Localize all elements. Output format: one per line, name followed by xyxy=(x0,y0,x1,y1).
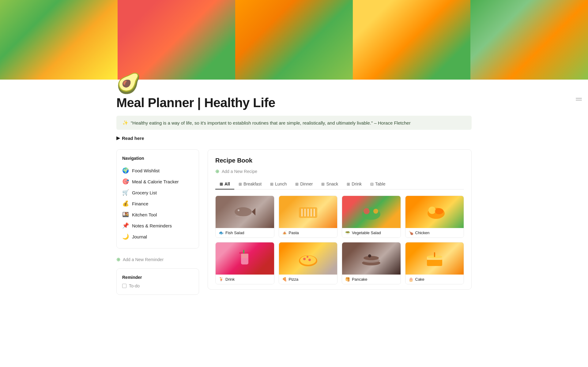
hero-image-5 xyxy=(470,0,588,80)
pasta-emoji: 🍝 xyxy=(282,230,287,235)
notes-icon: 📌 xyxy=(122,222,129,229)
recipe-thumb-pizza xyxy=(279,242,337,275)
page-content: 🥑 Meal Planner | Healthy Life ✨ "Healthy… xyxy=(92,73,496,313)
tab-snack-icon: ⊞ xyxy=(321,182,325,186)
recipe-thumb-chicken xyxy=(405,196,464,228)
sidebar-item-label: Food Wishlist xyxy=(132,168,160,173)
svg-point-25 xyxy=(307,256,308,258)
todo-item[interactable]: To-do xyxy=(122,283,193,288)
tab-all-icon: ⊞ xyxy=(220,182,223,186)
todo-label: To-do xyxy=(129,283,140,288)
recipe-thumb-drink xyxy=(216,242,274,275)
tab-drink-icon: ⊞ xyxy=(347,182,350,186)
read-here-label: Read here xyxy=(122,136,144,141)
tab-breakfast-icon: ⊞ xyxy=(239,182,242,186)
recipe-item-pancake[interactable]: 🥞 Pancake xyxy=(342,242,401,284)
food-wishlist-icon: 🌍 xyxy=(122,167,129,174)
recipe-book-title: Recipe Book xyxy=(215,157,464,164)
recipe-thumb-fish xyxy=(216,196,274,228)
tab-lunch-label: Lunch xyxy=(275,182,287,186)
recipe-tabs: ⊞ All ⊞ Breakfast ⊞ Lunch ⊞ Dinner xyxy=(215,179,464,189)
sidebar-item-meal-tracker[interactable]: 🎯 Meal & Calorie Tracker xyxy=(122,176,193,187)
recipe-item-pizza[interactable]: 🍕 Pizza xyxy=(279,242,338,284)
tab-all-label: All xyxy=(224,182,230,186)
recipe-label-pasta: 🍝 Pasta xyxy=(279,228,337,238)
cake-text: Cake xyxy=(415,277,424,282)
left-panel: Navigation 🌍 Food Wishlist 🎯 Meal & Calo… xyxy=(116,149,199,295)
grocery-list-icon: 🛒 xyxy=(122,189,129,196)
svg-point-29 xyxy=(368,254,371,257)
menu-line xyxy=(576,98,582,99)
add-reminder-icon: ⊕ xyxy=(116,257,120,262)
recipe-item-salad[interactable]: 🥗 Vegetable Salad xyxy=(342,196,401,238)
svg-point-13 xyxy=(369,207,373,212)
svg-point-28 xyxy=(364,256,379,260)
sidebar-item-grocery-list[interactable]: 🛒 Grocery List xyxy=(122,187,193,198)
cake-emoji: 🎂 xyxy=(409,277,413,282)
tab-breakfast[interactable]: ⊞ Breakfast xyxy=(234,179,266,189)
todo-checkbox[interactable] xyxy=(122,284,126,288)
hero-image-4 xyxy=(353,0,470,80)
pancake-emoji: 🥞 xyxy=(345,277,350,282)
pancake-text: Pancake xyxy=(352,277,368,282)
svg-point-15 xyxy=(428,207,436,214)
svg-point-0 xyxy=(235,207,252,216)
recipe-label-drink: 🍹 Drink xyxy=(216,275,274,284)
sidebar-item-label: Meal & Calorie Tracker xyxy=(132,179,179,184)
recipe-thumb-salad xyxy=(342,196,401,228)
hero-banner xyxy=(0,0,588,80)
sidebar-item-kitchen-tool[interactable]: 🍱 Kitchen Tool xyxy=(122,209,193,220)
read-here-toggle[interactable]: ▶ Read here xyxy=(116,135,472,141)
avocado-icon: 🥑 xyxy=(116,73,472,93)
recipe-thumb-pasta xyxy=(279,196,337,228)
tab-table-label: Table xyxy=(375,182,385,186)
tab-snack-label: Snack xyxy=(326,182,338,186)
tab-all[interactable]: ⊞ All xyxy=(215,179,234,189)
sidebar-item-journal[interactable]: 🌙 Journal xyxy=(122,231,193,242)
navigation-title: Navigation xyxy=(122,156,193,161)
recipe-item-drink[interactable]: 🍹 Drink xyxy=(215,242,274,284)
recipe-item-pasta[interactable]: 🍝 Pasta xyxy=(279,196,338,238)
reminder-card: Reminder To-do xyxy=(116,268,199,295)
fish-emoji: 🐟 xyxy=(219,230,224,235)
quote-text: "Healthy eating is a way of life, so it'… xyxy=(131,120,411,125)
recipe-item-fish-salad[interactable]: 🐟 Fish Salad xyxy=(215,196,274,238)
recipe-item-chicken[interactable]: 🍗 Chicken xyxy=(405,196,464,238)
kitchen-tool-icon: 🍱 xyxy=(122,211,129,218)
tab-dinner[interactable]: ⊞ Dinner xyxy=(291,179,317,189)
svg-point-12 xyxy=(373,209,378,214)
recipe-grid: 🐟 Fish Salad 🍝 Pasta xyxy=(215,196,464,284)
recipe-item-cake[interactable]: 🎂 Cake xyxy=(405,242,464,284)
chicken-text: Chicken xyxy=(415,230,430,235)
fish-text: Fish Salad xyxy=(225,230,244,235)
sidebar-item-food-wishlist[interactable]: 🌍 Food Wishlist xyxy=(122,165,193,176)
svg-rect-33 xyxy=(434,252,435,257)
tab-table[interactable]: ⊟ Table xyxy=(366,179,390,189)
pasta-text: Pasta xyxy=(289,230,299,235)
tab-breakfast-label: Breakfast xyxy=(243,182,262,186)
tab-lunch[interactable]: ⊞ Lunch xyxy=(266,179,291,189)
add-recipe-button[interactable]: ⊕ Add a New Recipe xyxy=(215,168,464,174)
chicken-emoji: 🍗 xyxy=(409,230,413,235)
menu-line xyxy=(576,100,582,100)
tab-snack[interactable]: ⊞ Snack xyxy=(317,179,342,189)
tab-drink[interactable]: ⊞ Drink xyxy=(342,179,366,189)
add-reminder-label: Add a New Reminder xyxy=(123,257,164,262)
svg-point-23 xyxy=(303,258,306,260)
sidebar-item-label: Finance xyxy=(132,201,148,206)
svg-point-2 xyxy=(238,209,239,211)
drink-text: Drink xyxy=(225,277,235,282)
svg-point-24 xyxy=(308,259,311,261)
main-layout: Navigation 🌍 Food Wishlist 🎯 Meal & Calo… xyxy=(116,149,472,295)
sidebar-item-finance[interactable]: 💰 Finance xyxy=(122,198,193,209)
hero-image-3 xyxy=(235,0,353,80)
hero-image-2 xyxy=(118,0,235,80)
meal-tracker-icon: 🎯 xyxy=(122,178,129,185)
sidebar-item-notes-reminders[interactable]: 📌 Notes & Reminders xyxy=(122,220,193,231)
page-menu-button[interactable] xyxy=(576,98,582,100)
quote-block: ✨ "Healthy eating is a way of life, so i… xyxy=(116,116,472,130)
add-reminder-button[interactable]: ⊕ Add a New Reminder xyxy=(116,254,199,265)
recipe-label-pancake: 🥞 Pancake xyxy=(342,275,401,284)
right-panel: Recipe Book ⊕ Add a New Recipe ⊞ All ⊞ B… xyxy=(208,149,472,290)
recipe-thumb-cake xyxy=(405,242,464,275)
